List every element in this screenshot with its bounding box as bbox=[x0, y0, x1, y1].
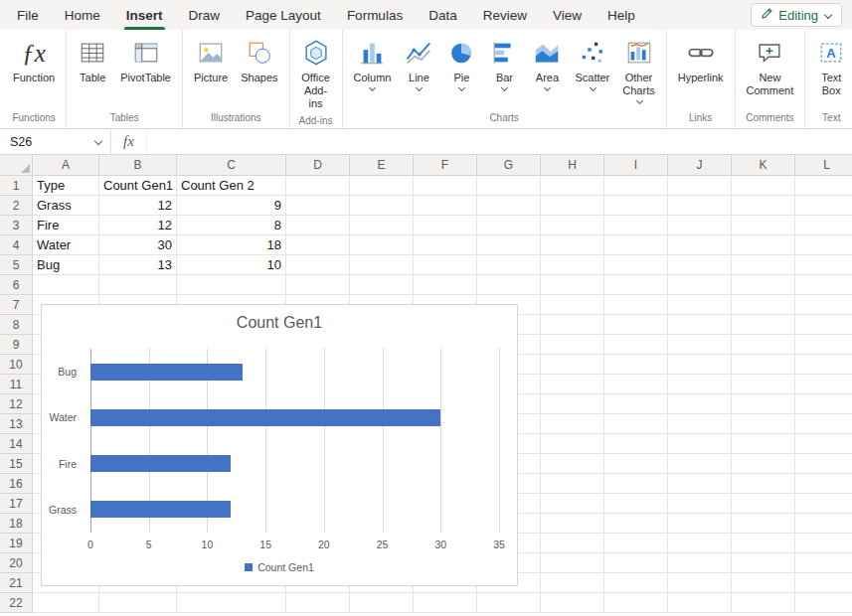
tab-page-layout[interactable]: Page Layout bbox=[233, 0, 334, 30]
row-header-12[interactable]: 12 bbox=[0, 394, 33, 414]
cell-H9[interactable] bbox=[541, 335, 604, 355]
tab-home[interactable]: Home bbox=[52, 0, 113, 30]
tab-formulas[interactable]: Formulas bbox=[334, 0, 416, 30]
cell-C5[interactable]: 10 bbox=[177, 255, 286, 275]
cell-H11[interactable] bbox=[541, 375, 604, 394]
cell-I12[interactable] bbox=[604, 394, 668, 414]
line-button[interactable]: Line bbox=[399, 32, 438, 93]
cell-I15[interactable] bbox=[604, 454, 668, 474]
cell-L10[interactable] bbox=[795, 355, 852, 375]
table-button[interactable]: Table bbox=[73, 32, 112, 86]
cell-G3[interactable] bbox=[477, 216, 541, 235]
cell-L19[interactable] bbox=[795, 534, 852, 553]
tab-review[interactable]: Review bbox=[470, 0, 540, 30]
cell-K14[interactable] bbox=[732, 434, 795, 454]
cell-K13[interactable] bbox=[732, 414, 795, 434]
cell-K19[interactable] bbox=[732, 534, 795, 553]
cell-J19[interactable] bbox=[668, 534, 732, 553]
cell-H7[interactable] bbox=[541, 295, 604, 315]
cell-L3[interactable] bbox=[795, 216, 852, 235]
cell-K2[interactable] bbox=[732, 196, 795, 216]
cell-K11[interactable] bbox=[732, 375, 795, 394]
column-header-h[interactable]: H bbox=[541, 155, 604, 176]
cell-I19[interactable] bbox=[604, 534, 668, 553]
cell-G2[interactable] bbox=[477, 196, 541, 216]
editing-mode-button[interactable]: Editing bbox=[751, 3, 842, 27]
cell-H2[interactable] bbox=[541, 196, 604, 216]
row-header-3[interactable]: 3 bbox=[0, 216, 33, 235]
row-header-1[interactable]: 1 bbox=[0, 176, 33, 196]
cell-L6[interactable] bbox=[795, 275, 852, 295]
cell-H19[interactable] bbox=[541, 534, 604, 553]
cell-I10[interactable] bbox=[604, 355, 668, 375]
cell-L7[interactable] bbox=[795, 295, 852, 315]
column-button[interactable]: Column bbox=[349, 32, 397, 93]
cell-C6[interactable] bbox=[177, 275, 286, 295]
cell-H21[interactable] bbox=[541, 573, 604, 593]
cell-L17[interactable] bbox=[795, 494, 852, 514]
cell-F2[interactable] bbox=[414, 196, 477, 216]
name-box[interactable]: S26 bbox=[0, 129, 111, 154]
cell-L18[interactable] bbox=[795, 514, 852, 534]
column-header-i[interactable]: I bbox=[604, 155, 668, 176]
cell-K6[interactable] bbox=[732, 275, 795, 295]
cell-E1[interactable] bbox=[350, 176, 414, 196]
cell-J12[interactable] bbox=[668, 394, 732, 414]
cell-D22[interactable] bbox=[286, 593, 350, 613]
cell-L11[interactable] bbox=[795, 375, 852, 394]
column-header-j[interactable]: J bbox=[668, 155, 732, 176]
cell-H13[interactable] bbox=[541, 414, 604, 434]
tab-insert[interactable]: Insert bbox=[113, 0, 176, 30]
cell-C2[interactable]: 9 bbox=[177, 196, 286, 216]
cell-B1[interactable]: Count Gen1 bbox=[99, 176, 177, 196]
cell-J2[interactable] bbox=[668, 196, 732, 216]
cell-K4[interactable] bbox=[732, 235, 795, 255]
cell-A22[interactable] bbox=[33, 593, 99, 613]
cell-I21[interactable] bbox=[604, 573, 668, 593]
row-header-16[interactable]: 16 bbox=[0, 474, 33, 494]
cell-K5[interactable] bbox=[732, 255, 795, 275]
cell-K20[interactable] bbox=[732, 553, 795, 573]
text-box-button[interactable]: AText Box bbox=[811, 32, 851, 99]
cell-F6[interactable] bbox=[414, 275, 477, 295]
cell-E4[interactable] bbox=[350, 235, 414, 255]
cell-J1[interactable] bbox=[668, 176, 732, 196]
formula-input[interactable] bbox=[147, 129, 852, 154]
cell-I14[interactable] bbox=[604, 434, 668, 454]
row-header-10[interactable]: 10 bbox=[0, 355, 33, 375]
cell-B4[interactable]: 30 bbox=[99, 235, 177, 255]
cell-H1[interactable] bbox=[541, 176, 604, 196]
cell-K9[interactable] bbox=[732, 335, 795, 355]
cell-J13[interactable] bbox=[668, 414, 732, 434]
cell-I11[interactable] bbox=[604, 375, 668, 394]
row-header-11[interactable]: 11 bbox=[0, 375, 33, 394]
cell-A5[interactable]: Bug bbox=[33, 255, 99, 275]
cell-I6[interactable] bbox=[604, 275, 668, 295]
cell-C3[interactable]: 8 bbox=[177, 216, 286, 235]
cell-K10[interactable] bbox=[732, 355, 795, 375]
cell-H22[interactable] bbox=[541, 593, 604, 613]
cell-H14[interactable] bbox=[541, 434, 604, 454]
function-button[interactable]: ƒxFunction bbox=[8, 32, 60, 86]
row-header-22[interactable]: 22 bbox=[0, 593, 33, 613]
cell-L15[interactable] bbox=[795, 454, 852, 474]
cell-F4[interactable] bbox=[414, 235, 477, 255]
cell-I20[interactable] bbox=[604, 553, 668, 573]
row-header-2[interactable]: 2 bbox=[0, 196, 33, 216]
insert-function-fx-icon[interactable]: fx bbox=[111, 129, 147, 154]
scatter-button[interactable]: Scatter bbox=[570, 32, 614, 93]
cell-J10[interactable] bbox=[668, 355, 732, 375]
cell-J17[interactable] bbox=[668, 494, 732, 514]
pie-button[interactable]: Pie bbox=[441, 32, 481, 93]
row-header-6[interactable]: 6 bbox=[0, 275, 33, 295]
cell-J7[interactable] bbox=[668, 295, 732, 315]
cell-H8[interactable] bbox=[541, 315, 604, 335]
cell-C22[interactable] bbox=[177, 593, 286, 613]
cell-A6[interactable] bbox=[33, 275, 99, 295]
cell-K1[interactable] bbox=[732, 176, 795, 196]
cell-H16[interactable] bbox=[541, 474, 604, 494]
cell-A1[interactable]: Type bbox=[33, 176, 99, 196]
row-header-13[interactable]: 13 bbox=[0, 414, 33, 434]
cell-J14[interactable] bbox=[668, 434, 732, 454]
cell-D1[interactable] bbox=[286, 176, 350, 196]
